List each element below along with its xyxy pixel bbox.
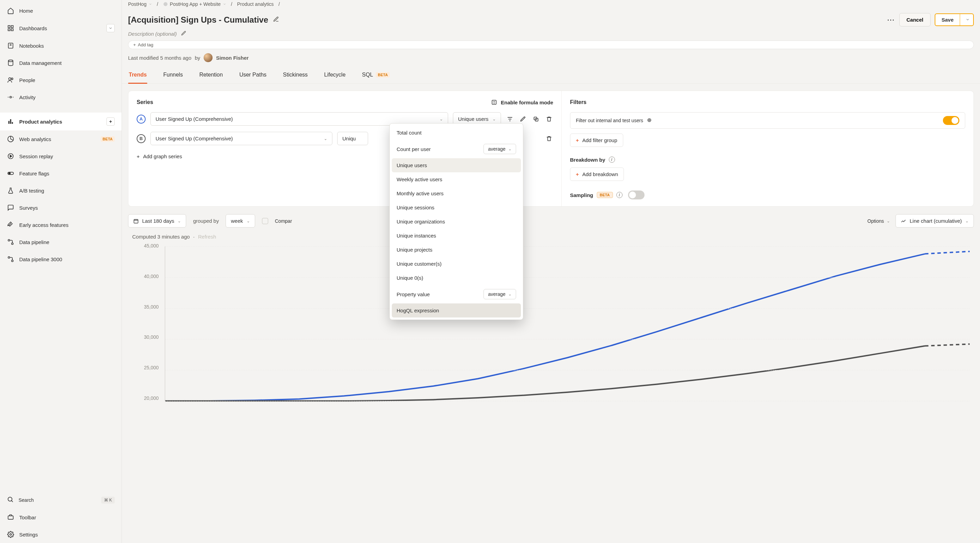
copy-icon[interactable] xyxy=(532,115,540,123)
sidebar-item-label: Surveys xyxy=(19,205,38,211)
sidebar-item-web-analytics[interactable]: Web analytics BETA xyxy=(0,130,122,148)
delete-icon[interactable] xyxy=(545,135,553,143)
sidebar-item-data-management[interactable]: Data management xyxy=(0,54,122,71)
sampling-toggle[interactable] xyxy=(628,191,644,199)
sidebar-item-early-access[interactable]: Early access features xyxy=(0,216,122,233)
add-tag-button[interactable]: + Add tag xyxy=(128,41,974,49)
gear-icon[interactable] xyxy=(647,117,652,124)
sidebar-item-toolbar[interactable]: Toolbar xyxy=(0,509,122,526)
save-button[interactable]: Save xyxy=(935,14,960,25)
database-icon xyxy=(7,59,14,67)
sidebar-item-notebooks[interactable]: Notebooks xyxy=(0,37,122,54)
tab-lifecycle[interactable]: Lifecycle xyxy=(323,68,346,83)
sidebar-item-label: Notebooks xyxy=(19,43,44,49)
refresh-button[interactable]: Refresh xyxy=(198,234,216,240)
beta-badge: BETA xyxy=(597,192,613,198)
edit-icon[interactable] xyxy=(519,115,527,123)
search-button[interactable]: Search ⌘ K xyxy=(0,491,122,509)
series-b-event-select[interactable]: User Signed Up (Comprehensive)⌄ xyxy=(150,132,332,145)
add-graph-series[interactable]: + Add graph series xyxy=(137,153,182,159)
save-dropdown-button[interactable] xyxy=(962,14,973,25)
tab-retention[interactable]: Retention xyxy=(199,68,224,83)
add-filter-group[interactable]: + Add filter group xyxy=(570,133,623,147)
plus-icon: + xyxy=(137,153,140,159)
dd-monthly-active[interactable]: Monthly active users xyxy=(392,186,521,200)
tab-user-paths[interactable]: User Paths xyxy=(239,68,267,83)
svg-rect-0 xyxy=(8,26,10,28)
info-icon[interactable]: i xyxy=(609,157,615,163)
sidebar-item-activity[interactable]: Activity xyxy=(0,89,122,106)
filter-icon[interactable] xyxy=(506,115,514,123)
series-b-math-select[interactable]: Uniqu xyxy=(337,132,368,145)
filter-internal-users[interactable]: Filter out internal and test users xyxy=(570,112,965,129)
description-placeholder[interactable]: Description (optional) xyxy=(128,31,177,37)
svg-rect-12 xyxy=(10,119,11,124)
dd-property-value[interactable]: Property value average⌄ xyxy=(392,285,521,303)
filter-toggle[interactable] xyxy=(943,116,959,125)
sidebar-item-session-replay[interactable]: Session replay xyxy=(0,148,122,165)
save-button-group: Save xyxy=(935,13,974,26)
dd-unique-sessions[interactable]: Unique sessions xyxy=(392,200,521,214)
dd-unique-0s[interactable]: Unique 0(s) xyxy=(392,271,521,285)
compare-checkbox[interactable] xyxy=(262,218,268,224)
y-tick: 20,000 xyxy=(132,395,161,401)
tab-funnels[interactable]: Funnels xyxy=(162,68,183,83)
dd-unique-projects[interactable]: Unique projects xyxy=(392,243,521,257)
svg-line-24 xyxy=(11,500,13,502)
delete-icon[interactable] xyxy=(545,115,553,123)
dd-property-value-agg[interactable]: average⌄ xyxy=(484,289,516,299)
info-icon[interactable]: i xyxy=(616,192,622,198)
crumb-analytics[interactable]: Product analytics xyxy=(237,2,274,7)
sidebar-item-dashboards[interactable]: Dashboards xyxy=(0,19,122,37)
y-tick: 30,000 xyxy=(132,334,161,340)
dd-count-per-user-agg[interactable]: average⌄ xyxy=(484,144,516,154)
sidebar-item-surveys[interactable]: Surveys xyxy=(0,199,122,216)
sidebar-item-home[interactable]: Home xyxy=(0,2,122,19)
plus-icon: + xyxy=(576,171,579,177)
computed-text: Computed 3 minutes ago xyxy=(132,234,190,240)
sidebar-item-ab-testing[interactable]: A/B testing xyxy=(0,182,122,199)
sidebar-item-data-pipeline-3000[interactable]: Data pipeline 3000 xyxy=(0,251,122,268)
edit-title-icon[interactable] xyxy=(273,16,279,23)
chart-type-select[interactable]: Line chart (cumulative)⌄ xyxy=(896,214,974,227)
formula-icon xyxy=(491,99,497,105)
sidebar-item-label: Data pipeline 3000 xyxy=(19,256,62,262)
plus-icon[interactable]: + xyxy=(107,117,115,125)
sidebar-item-label: Data management xyxy=(19,60,62,66)
dd-unique-instances[interactable]: Unique instances xyxy=(392,229,521,243)
cancel-button[interactable]: Cancel xyxy=(899,13,931,27)
dd-weekly-active[interactable]: Weekly active users xyxy=(392,172,521,186)
dd-total-count[interactable]: Total count xyxy=(392,125,521,140)
sidebar-item-people[interactable]: People xyxy=(0,71,122,89)
sidebar-item-feature-flags[interactable]: Feature flags xyxy=(0,165,122,182)
crumb-app[interactable]: PostHog App + Website xyxy=(163,2,226,7)
line-chart-icon xyxy=(901,218,906,224)
dd-count-per-user[interactable]: Count per user average⌄ xyxy=(392,140,521,158)
add-breakdown[interactable]: + Add breakdown xyxy=(570,167,624,181)
sidebar-item-data-pipeline[interactable]: Data pipeline xyxy=(0,233,122,251)
dd-unique-orgs[interactable]: Unique organizations xyxy=(392,214,521,229)
tab-sql[interactable]: SQLBETA xyxy=(361,68,390,83)
options-button[interactable]: Options⌄ xyxy=(867,218,890,224)
dd-unique-customers[interactable]: Unique customer(s) xyxy=(392,257,521,271)
interval-select[interactable]: week⌄ xyxy=(226,214,255,227)
chevron-down-icon[interactable] xyxy=(107,24,115,32)
dd-hogql-expression[interactable]: HogQL expression xyxy=(392,303,521,318)
edit-description-icon[interactable] xyxy=(181,30,186,37)
last-modified: Last modified 5 months ago by Simon Fish… xyxy=(122,52,980,68)
sidebar-item-product-analytics[interactable]: Product analytics + xyxy=(0,113,122,130)
tab-trends[interactable]: Trends xyxy=(128,68,147,83)
dd-unique-users[interactable]: Unique users xyxy=(392,158,521,172)
enable-formula-mode[interactable]: Enable formula mode xyxy=(491,99,553,105)
tab-stickiness[interactable]: Stickiness xyxy=(282,68,309,83)
date-range-select[interactable]: Last 180 days⌄ xyxy=(128,214,186,227)
avatar xyxy=(204,53,213,62)
svg-point-22 xyxy=(12,260,13,262)
y-tick: 25,000 xyxy=(132,365,161,370)
svg-point-8 xyxy=(9,78,11,80)
sidebar-item-settings[interactable]: Settings xyxy=(0,526,122,543)
more-icon[interactable]: ⋯ xyxy=(887,16,895,24)
svg-rect-28 xyxy=(492,100,496,104)
sidebar-item-label: Session replay xyxy=(19,153,53,159)
crumb-posthog[interactable]: PostHog xyxy=(128,2,152,7)
